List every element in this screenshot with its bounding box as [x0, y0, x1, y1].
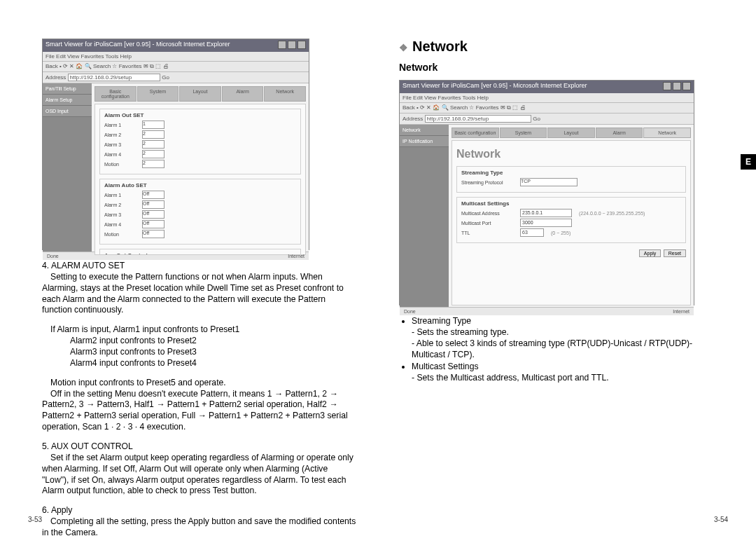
- side-tab: E: [741, 154, 756, 170]
- bullet-multicast-a: - Sets the Multicast address, Multicast …: [412, 373, 714, 384]
- p4-off: Off in the setting Menu doesn't execute …: [42, 389, 348, 432]
- left-page: Smart Viewer for iPolisCam [ver 0.95] - …: [0, 0, 378, 536]
- p4-line2: Alarm2 input confronts to Preset2: [70, 336, 197, 347]
- sidebar-item-osd[interactable]: OSD Input: [43, 106, 92, 117]
- window-controls[interactable]: [276, 41, 306, 50]
- section-heading: ❖Network: [399, 39, 714, 55]
- streaming-type-legend: Streaming Type: [461, 170, 681, 176]
- page-title: Network: [456, 148, 686, 160]
- address-bar[interactable]: Address http://192.168.0.29/setup Go: [400, 114, 694, 125]
- tab-layout[interactable]: Layout: [179, 86, 221, 102]
- bullet-multicast: Multicast Settings: [412, 362, 479, 371]
- section-4-title: 4. ALARM AUTO SET: [42, 261, 125, 270]
- sidebar-item-pantilt[interactable]: Pan/Tilt Setup: [43, 83, 92, 95]
- window-title: Smart Viewer for iPolisCam [ver 0.95] - …: [402, 82, 587, 92]
- right-page: E ❖Network Network Smart Viewer for iPol…: [378, 0, 756, 536]
- aux-out-legend: Aux Out Control: [104, 252, 296, 255]
- tab-basic[interactable]: Basic configuration: [451, 128, 499, 138]
- reset-button[interactable]: Reset: [664, 249, 686, 257]
- tab-network[interactable]: Network: [264, 86, 306, 102]
- ttl-input[interactable]: 63: [520, 228, 544, 237]
- bullet-streaming-a: - Sets the streaming type.: [412, 327, 714, 338]
- page-number-right: 3-54: [714, 516, 728, 523]
- sidebar-item-ipnotif[interactable]: IP Notification: [400, 136, 449, 147]
- sidebar-item-network[interactable]: Network: [400, 125, 449, 136]
- alarm-auto-set-legend: Alarm Auto SET: [104, 182, 296, 188]
- p4-line3: Alarm3 input confronts to Preset3: [70, 347, 197, 358]
- menubar[interactable]: File Edit View Favorites Tools Help: [400, 93, 694, 103]
- status-right: Internet: [288, 254, 304, 259]
- apply-button[interactable]: Apply: [639, 249, 662, 257]
- multicast-legend: Multicast Settings: [461, 200, 681, 207]
- tab-system[interactable]: System: [500, 128, 547, 138]
- p4-motion: Motion input confronts to Preset5 and op…: [50, 378, 226, 387]
- p4-line1: If Alarm is input, Alarm1 input confront…: [50, 324, 239, 334]
- subsection-heading: Network: [399, 62, 714, 73]
- toolbar[interactable]: Back • ⟳ ✕ 🏠 🔍 Search ☆ Favorites ✉ ⧉ ⬚ …: [400, 103, 694, 114]
- tab-layout[interactable]: Layout: [547, 128, 595, 138]
- tab-alarm[interactable]: Alarm: [222, 86, 264, 102]
- tab-basic[interactable]: Basic configuration: [94, 86, 136, 102]
- section-4-text: Setting to execute the Pattern functions…: [42, 272, 344, 315]
- p4-line4: Alarm4 input confronts to Preset4: [70, 358, 197, 369]
- menubar[interactable]: File Edit View Favorites Tools Help: [43, 52, 309, 62]
- diamond-icon: ❖: [399, 42, 408, 53]
- tab-network[interactable]: Network: [643, 128, 691, 138]
- page-number-left: 3-53: [28, 516, 42, 523]
- toolbar[interactable]: Back • ⟳ ✕ 🏠 🔍 Search ☆ Favorites ✉ ⧉ ⬚ …: [43, 62, 309, 72]
- multicast-port-input[interactable]: 3000: [520, 219, 572, 227]
- alarm-out-set-legend: Alarm Out SET: [104, 112, 296, 118]
- bullet-streaming-b: - Able to select 3 kinds of streaming ty…: [412, 338, 714, 361]
- address-bar[interactable]: Address http://192.168.0.29/setup Go: [43, 72, 309, 83]
- section-6-title: 6. Apply: [42, 505, 72, 515]
- window-title: Smart Viewer for iPolisCam [ver 0.95] - …: [46, 41, 230, 50]
- status-left: Done: [404, 309, 416, 314]
- sidebar-item-alarm[interactable]: Alarm Setup: [43, 95, 92, 106]
- streaming-protocol-select[interactable]: TCP: [520, 178, 578, 186]
- section-6-text: Completing all the setting, press the Ap…: [42, 516, 356, 536]
- screenshot-alarm: Smart Viewer for iPolisCam [ver 0.95] - …: [42, 39, 309, 250]
- alarm1-select[interactable]: 1: [142, 121, 164, 129]
- bullet-streaming: Streaming Type: [412, 316, 471, 326]
- tab-system[interactable]: System: [137, 86, 179, 102]
- window-controls[interactable]: [662, 82, 691, 92]
- section-5-title: 5. AUX OUT CONTROL: [42, 441, 133, 451]
- section-5-text: Set if the set Alarm output keep operati…: [42, 453, 354, 496]
- status-left: Done: [47, 254, 59, 259]
- screenshot-network: Smart Viewer for iPolisCam [ver 0.95] - …: [399, 80, 694, 305]
- tab-alarm[interactable]: Alarm: [596, 128, 643, 138]
- multicast-address-input[interactable]: 235.0.0.1: [520, 209, 572, 217]
- status-right: Internet: [673, 309, 690, 314]
